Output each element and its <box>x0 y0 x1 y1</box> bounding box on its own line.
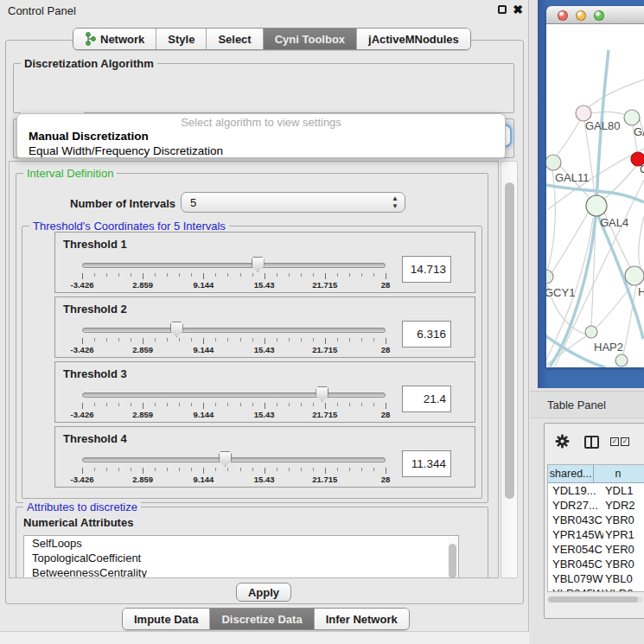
scrollbar-thumb[interactable] <box>505 182 514 499</box>
network-node-ga[interactable] <box>624 110 640 125</box>
network-edge[interactable] <box>589 80 644 107</box>
table-row[interactable]: YDR27...YDR2 <box>548 498 644 513</box>
network-edge[interactable] <box>552 212 589 273</box>
network-node-hap2[interactable] <box>585 326 597 338</box>
table-row[interactable]: YBR043CYBR0 <box>548 513 644 527</box>
slider-thumb[interactable] <box>316 386 328 402</box>
columns-icon[interactable] <box>584 436 599 449</box>
cell-shared-name[interactable]: YLR345W <box>548 587 603 592</box>
table-row[interactable]: YLR345WYLR3 <box>548 586 644 592</box>
table-row[interactable]: YBL079WYBL0 <box>548 571 644 586</box>
network-edge[interactable] <box>591 112 625 115</box>
cell-name[interactable]: YLR3 <box>603 587 644 592</box>
cell-name[interactable]: YBR0 <box>603 558 644 571</box>
threshold-slider[interactable]: -3.4262.8599.14415.4321.71528 <box>82 259 386 290</box>
list-scrollbar[interactable] <box>448 537 457 578</box>
column-header-name[interactable]: n <box>594 465 644 483</box>
slider-track[interactable] <box>82 263 386 268</box>
checkbox-icon[interactable]: ✓ <box>621 437 629 446</box>
threshold-value-field[interactable]: 11.344 <box>402 450 451 477</box>
tick-label: 21.715 <box>312 475 337 484</box>
slider-track[interactable] <box>82 457 386 462</box>
tab-infer-network[interactable]: Infer Network <box>314 609 409 629</box>
node-label: GAL4 <box>600 216 628 229</box>
network-node-gal4[interactable] <box>586 195 607 216</box>
minimize-traffic-light-icon[interactable] <box>576 10 586 21</box>
cell-shared-name[interactable]: YBL079W <box>548 572 603 585</box>
network-node-gal11[interactable] <box>546 155 561 170</box>
gear-icon[interactable] <box>555 434 570 451</box>
threshold-slider[interactable]: -3.4262.8599.14415.4321.71528 <box>82 389 386 420</box>
column-visibility-icons[interactable]: ✓ ✓ <box>610 437 629 446</box>
column-header-shared-name[interactable]: shared... <box>548 465 594 483</box>
cell-shared-name[interactable]: YDL19... <box>548 484 603 497</box>
cell-name[interactable]: YBR0 <box>603 513 644 526</box>
close-icon[interactable]: ✖ <box>513 3 523 16</box>
cell-name[interactable]: YPR1 <box>603 528 644 541</box>
close-traffic-light-icon[interactable] <box>558 10 568 21</box>
network-edge[interactable] <box>639 216 644 268</box>
apply-button[interactable]: Apply <box>236 583 291 602</box>
tab-impute-data[interactable]: Impute Data <box>123 609 209 629</box>
threshold-slider[interactable]: -3.4262.8599.14415.4321.71528 <box>82 324 386 355</box>
num-intervals-combo[interactable]: 5 ▲▼ <box>181 192 405 213</box>
threshold-slider[interactable]: -3.4262.8599.14415.4321.71528 <box>82 454 386 485</box>
tick-label: 9.144 <box>194 475 214 484</box>
tab-jactivemnodules[interactable]: jActiveMNodules <box>356 29 470 49</box>
network-node-h[interactable] <box>625 266 644 285</box>
cell-name[interactable]: YER0 <box>603 543 644 556</box>
attribute-list-item[interactable]: BetweennessCentrality <box>24 565 458 578</box>
attribute-list-item[interactable]: SelfLoops <box>24 536 458 551</box>
table-row[interactable]: YPR145WYPR1 <box>548 527 644 542</box>
cell-shared-name[interactable]: YDR27... <box>548 499 603 512</box>
tab-discretize-data[interactable]: Discretize Data <box>209 609 313 629</box>
slider-thumb[interactable] <box>170 322 183 337</box>
tick-label: 15.43 <box>254 345 275 354</box>
table-row[interactable]: YDL19...YDL1 <box>548 483 644 498</box>
table-row[interactable]: YBR045CYBR0 <box>548 557 644 571</box>
network-window-titlebar[interactable] <box>546 6 644 24</box>
slider-thumb[interactable] <box>252 257 265 272</box>
tab-style[interactable]: Style <box>156 29 206 49</box>
algorithm-groupbox: Discretization Algorithm <box>13 63 514 113</box>
top-tab-bar: NetworkStyleSelectCyni ToolboxjActiveMNo… <box>73 28 471 50</box>
zoom-traffic-light-icon[interactable] <box>594 10 604 21</box>
table-row[interactable]: YER054CYER0 <box>548 542 644 557</box>
threshold-value-field[interactable]: 14.713 <box>402 256 451 283</box>
table-hscrollbar[interactable] <box>548 596 643 603</box>
float-icon[interactable] <box>498 5 507 14</box>
cell-shared-name[interactable]: YBR043C <box>548 513 603 526</box>
threshold-value-field[interactable]: 6.316 <box>402 321 451 348</box>
cell-name[interactable]: YDR2 <box>603 499 644 512</box>
network-canvas[interactable]: GAL80GACGAL11GAL4GCY1HHAP2 <box>546 24 644 367</box>
cell-name[interactable]: YBL0 <box>603 572 644 585</box>
slider-track[interactable] <box>82 328 386 333</box>
algorithm-option[interactable]: Manual Discretization <box>20 129 502 143</box>
numerical-attributes-list[interactable]: SelfLoopsTopologicalCoefficientBetweenne… <box>23 535 459 578</box>
network-edge[interactable] <box>596 285 632 328</box>
table-panel-header: Table Panel <box>530 391 644 418</box>
checkbox-icon[interactable]: ✓ <box>610 437 619 446</box>
threshold-value-field[interactable]: 21.4 <box>402 386 451 412</box>
algorithm-option[interactable]: Equal Width/Frequency Discretization <box>20 143 502 158</box>
settings-scrollbar[interactable] <box>501 161 518 578</box>
tab-cyni-toolbox[interactable]: Cyni Toolbox <box>263 29 356 49</box>
bottom-strip <box>0 631 529 644</box>
cell-shared-name[interactable]: YPR145W <box>548 528 603 541</box>
node-table[interactable]: shared... n YDL19...YDL1YDR27...YDR2YBR0… <box>547 464 644 592</box>
cell-shared-name[interactable]: YBR045C <box>548 558 603 571</box>
network-edge[interactable] <box>557 120 580 156</box>
tab-network[interactable]: Network <box>73 29 156 49</box>
tab-label: Discretize Data <box>221 613 302 626</box>
cell-shared-name[interactable]: YER054C <box>548 543 603 556</box>
cell-name[interactable]: YDL1 <box>603 484 644 497</box>
tab-select[interactable]: Select <box>206 29 262 49</box>
scrollbar-thumb[interactable] <box>548 596 638 603</box>
slider-thumb[interactable] <box>219 451 232 467</box>
tick-label: 2.859 <box>132 280 153 290</box>
attributes-group-title: Attributes to discretize <box>23 501 141 513</box>
attribute-list-item[interactable]: TopologicalCoefficient <box>24 551 458 565</box>
thresholds-group-title: Threshold's Coordinates for 5 Intervals <box>29 220 229 233</box>
slider-track[interactable] <box>82 392 386 398</box>
network-node[interactable] <box>615 354 628 367</box>
